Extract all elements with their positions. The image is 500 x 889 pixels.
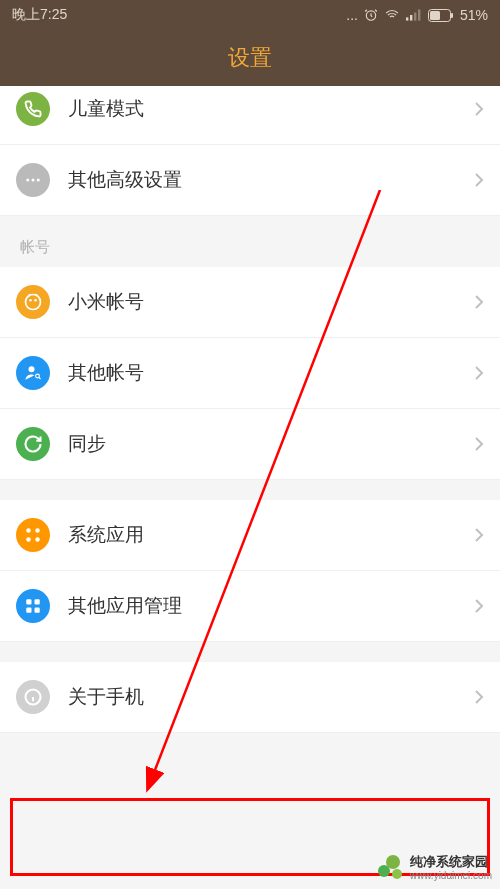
chevron-right-icon <box>474 172 484 188</box>
chevron-right-icon <box>474 689 484 705</box>
svg-point-18 <box>26 537 31 542</box>
item-about-phone[interactable]: 关于手机 <box>0 662 500 733</box>
handset-icon <box>16 92 50 126</box>
page-title: 设置 <box>228 43 272 73</box>
settings-list: 儿童模式 其他高级设置 帐号 小米帐号 其他帐号 同步 <box>0 86 500 733</box>
item-label: 其他帐号 <box>68 360 474 386</box>
item-label: 儿童模式 <box>68 96 474 122</box>
item-label: 关于手机 <box>68 684 474 710</box>
item-label: 同步 <box>68 431 474 457</box>
page-header: 设置 <box>0 30 500 86</box>
wifi-icon <box>384 8 400 22</box>
grid-icon <box>16 518 50 552</box>
svg-point-9 <box>32 179 35 182</box>
svg-rect-23 <box>35 608 40 613</box>
apps-icon <box>16 589 50 623</box>
svg-rect-20 <box>26 599 31 604</box>
watermark-text: 纯净系统家园 <box>410 855 492 869</box>
svg-point-14 <box>29 366 35 372</box>
status-bar: 晚上7:25 ... 51% <box>0 0 500 30</box>
chevron-right-icon <box>474 598 484 614</box>
item-advanced-settings[interactable]: 其他高级设置 <box>0 145 500 216</box>
svg-point-16 <box>26 528 31 533</box>
item-system-apps[interactable]: 系统应用 <box>0 500 500 571</box>
alarm-icon <box>364 8 378 22</box>
watermark-url: www.yidaimei.com <box>410 870 492 881</box>
svg-rect-6 <box>451 13 453 18</box>
chevron-right-icon <box>474 365 484 381</box>
item-mi-account[interactable]: 小米帐号 <box>0 267 500 338</box>
item-label: 其他高级设置 <box>68 167 474 193</box>
svg-point-17 <box>35 528 40 533</box>
status-icons: ... 51% <box>346 7 488 23</box>
svg-rect-3 <box>414 13 416 21</box>
item-label: 系统应用 <box>68 522 474 548</box>
chevron-right-icon <box>474 527 484 543</box>
svg-rect-21 <box>35 599 40 604</box>
svg-rect-1 <box>406 17 408 20</box>
watermark: 纯净系统家园 www.yidaimei.com <box>378 855 492 881</box>
chevron-right-icon <box>474 101 484 117</box>
item-sync[interactable]: 同步 <box>0 409 500 480</box>
item-other-apps[interactable]: 其他应用管理 <box>0 571 500 642</box>
item-label: 小米帐号 <box>68 289 474 315</box>
svg-point-11 <box>26 295 41 310</box>
dots-icon <box>16 163 50 197</box>
mi-icon <box>16 285 50 319</box>
svg-point-10 <box>37 179 40 182</box>
chevron-right-icon <box>474 436 484 452</box>
svg-rect-4 <box>418 9 420 20</box>
battery-percent: 51% <box>460 7 488 23</box>
person-key-icon <box>16 356 50 390</box>
battery-icon <box>428 9 454 22</box>
item-label: 其他应用管理 <box>68 593 474 619</box>
svg-point-13 <box>34 299 37 302</box>
item-child-mode[interactable]: 儿童模式 <box>0 86 500 145</box>
svg-point-12 <box>29 299 32 302</box>
status-time: 晚上7:25 <box>12 6 67 24</box>
svg-point-15 <box>36 374 40 378</box>
svg-rect-22 <box>26 608 31 613</box>
item-other-accounts[interactable]: 其他帐号 <box>0 338 500 409</box>
info-icon <box>16 680 50 714</box>
more-icon: ... <box>346 7 358 23</box>
section-header-accounts: 帐号 <box>0 216 500 267</box>
signal-icon <box>406 9 422 21</box>
svg-point-8 <box>26 179 29 182</box>
sync-icon <box>16 427 50 461</box>
svg-point-19 <box>35 537 40 542</box>
chevron-right-icon <box>474 294 484 310</box>
svg-rect-2 <box>410 15 412 21</box>
watermark-logo-icon <box>378 855 404 881</box>
svg-rect-7 <box>430 11 440 20</box>
